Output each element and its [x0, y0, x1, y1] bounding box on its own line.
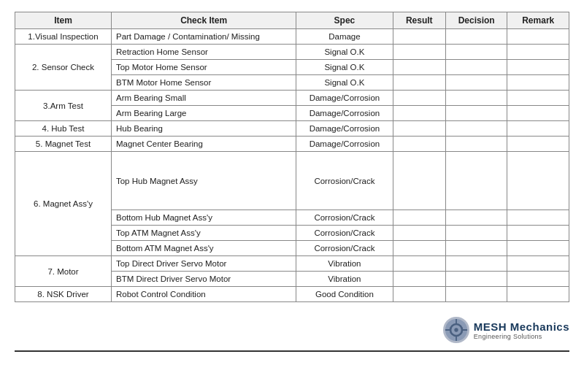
- cell-spec: Damage/Corrosion: [296, 121, 393, 137]
- cell-check: Top ATM Magnet Ass'y: [111, 226, 296, 241]
- logo-tagline: Engineering Solutions: [474, 333, 542, 340]
- cell-check: Arm Bearing Large: [111, 106, 296, 121]
- table-row: 3.Arm TestArm Bearing SmallDamage/Corros…: [15, 91, 569, 106]
- cell-remark: [507, 75, 569, 91]
- cell-check: Robot Control Condition: [111, 287, 296, 302]
- cell-item: 6. Magnet Ass'y: [15, 152, 112, 256]
- cell-spec: Signal O.K: [296, 45, 393, 60]
- cell-result: [393, 29, 445, 45]
- cell-decision: [445, 29, 507, 45]
- header-spec: Spec: [296, 12, 393, 29]
- table-row: 1.Visual InspectionPart Damage / Contami…: [15, 29, 569, 45]
- table-row: 7. MotorTop Direct Driver Servo MotorVib…: [15, 256, 569, 272]
- svg-point-2: [454, 328, 458, 331]
- cell-remark: [507, 226, 569, 241]
- cell-result: [393, 152, 445, 210]
- cell-result: [393, 226, 445, 241]
- table-row: 4. Hub TestHub BearingDamage/Corrosion: [15, 121, 569, 137]
- cell-result: [393, 60, 445, 75]
- table-row: 8. NSK DriverRobot Control ConditionGood…: [15, 287, 569, 302]
- cell-check: Hub Bearing: [111, 121, 296, 137]
- inspection-table: Item Check Item Spec Result Decision Rem…: [15, 12, 569, 302]
- cell-result: [393, 75, 445, 91]
- cell-decision: [445, 121, 507, 137]
- cell-spec: Corrosion/Crack: [296, 241, 393, 256]
- cell-spec: Good Condition: [296, 287, 393, 302]
- cell-remark: [507, 272, 569, 287]
- cell-remark: [507, 106, 569, 121]
- cell-spec: Vibration: [296, 272, 393, 287]
- cell-remark: [507, 256, 569, 272]
- cell-check: Top Hub Magnet Assy: [111, 152, 296, 210]
- table-header-row: Item Check Item Spec Result Decision Rem…: [15, 12, 569, 29]
- cell-item: 4. Hub Test: [15, 121, 112, 137]
- cell-spec: Signal O.K: [296, 75, 393, 91]
- header-decision: Decision: [445, 12, 507, 29]
- cell-remark: [507, 241, 569, 256]
- cell-remark: [507, 60, 569, 75]
- cell-check: Top Direct Driver Servo Motor: [111, 256, 296, 272]
- cell-check: Part Damage / Contamination/ Missing: [111, 29, 296, 45]
- page-wrapper: Item Check Item Spec Result Decision Rem…: [0, 0, 584, 310]
- cell-spec: Damage/Corrosion: [296, 137, 393, 152]
- cell-result: [393, 91, 445, 106]
- logo-company-name: MESH Mechanics: [474, 320, 569, 333]
- cell-check: BTM Direct Driver Servo Motor: [111, 272, 296, 287]
- cell-spec: Damage/Corrosion: [296, 106, 393, 121]
- cell-result: [393, 210, 445, 226]
- cell-decision: [445, 226, 507, 241]
- cell-item: 3.Arm Test: [15, 91, 112, 121]
- cell-result: [393, 121, 445, 137]
- cell-decision: [445, 60, 507, 75]
- cell-check: Bottom Hub Magnet Ass'y: [111, 210, 296, 226]
- cell-item: 2. Sensor Check: [15, 45, 112, 91]
- cell-check: Retraction Home Sensor: [111, 45, 296, 60]
- header-remark: Remark: [507, 12, 569, 29]
- cell-decision: [445, 137, 507, 152]
- header-result: Result: [393, 12, 445, 29]
- cell-result: [393, 241, 445, 256]
- header-item: Item: [15, 12, 112, 29]
- cell-decision: [445, 106, 507, 121]
- cell-spec: Damage: [296, 29, 393, 45]
- cell-result: [393, 272, 445, 287]
- cell-decision: [445, 241, 507, 256]
- cell-spec: Corrosion/Crack: [296, 226, 393, 241]
- cell-remark: [507, 91, 569, 106]
- cell-remark: [507, 152, 569, 210]
- cell-check: Top Motor Home Sensor: [111, 60, 296, 75]
- cell-remark: [507, 287, 569, 302]
- table-row: 6. Magnet Ass'yTop Hub Magnet AssyCorros…: [15, 152, 569, 210]
- cell-spec: Damage/Corrosion: [296, 91, 393, 106]
- cell-result: [393, 106, 445, 121]
- table-row: 2. Sensor CheckRetraction Home SensorSig…: [15, 45, 569, 60]
- cell-spec: Corrosion/Crack: [296, 152, 393, 210]
- cell-check: Magnet Center Bearing: [111, 137, 296, 152]
- logo-text: MESH Mechanics Engineering Solutions: [474, 320, 569, 340]
- cell-remark: [507, 29, 569, 45]
- logo-icon: [443, 317, 469, 343]
- cell-item: 7. Motor: [15, 256, 112, 287]
- header-check-item: Check Item: [111, 12, 296, 29]
- cell-result: [393, 45, 445, 60]
- cell-check: Arm Bearing Small: [111, 91, 296, 106]
- cell-decision: [445, 152, 507, 210]
- cell-decision: [445, 91, 507, 106]
- bottom-divider: [15, 350, 569, 352]
- logo-area: MESH Mechanics Engineering Solutions: [0, 310, 584, 347]
- cell-spec: Vibration: [296, 256, 393, 272]
- cell-decision: [445, 256, 507, 272]
- cell-item: 5. Magnet Test: [15, 137, 112, 152]
- cell-spec: Corrosion/Crack: [296, 210, 393, 226]
- cell-decision: [445, 45, 507, 60]
- cell-remark: [507, 210, 569, 226]
- cell-check: Bottom ATM Magnet Ass'y: [111, 241, 296, 256]
- cell-decision: [445, 272, 507, 287]
- cell-spec: Signal O.K: [296, 60, 393, 75]
- cell-check: BTM Motor Home Sensor: [111, 75, 296, 91]
- cell-item: 8. NSK Driver: [15, 287, 112, 302]
- cell-decision: [445, 287, 507, 302]
- cell-remark: [507, 137, 569, 152]
- cell-decision: [445, 210, 507, 226]
- cell-result: [393, 137, 445, 152]
